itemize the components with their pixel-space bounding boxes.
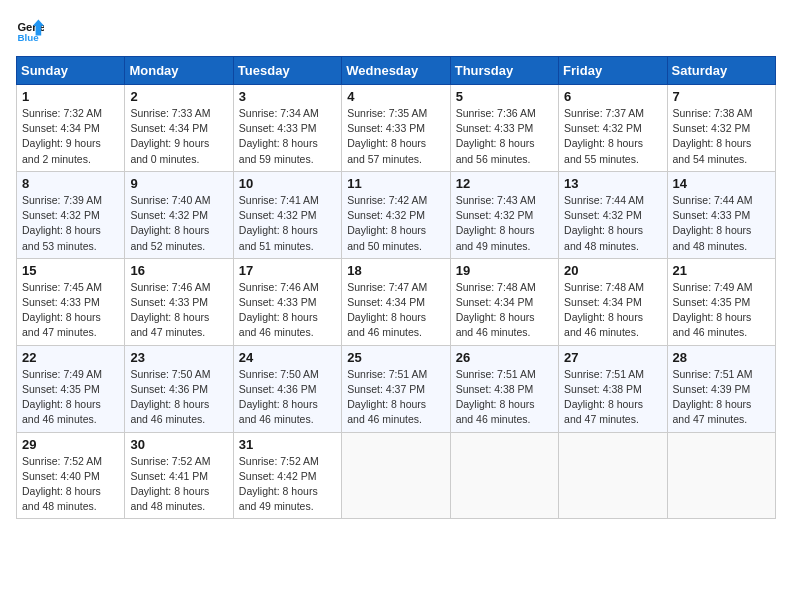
- calendar-week-row: 15 Sunrise: 7:45 AM Sunset: 4:33 PM Dayl…: [17, 258, 776, 345]
- day-info: Sunrise: 7:46 AM Sunset: 4:33 PM Dayligh…: [130, 280, 227, 341]
- day-number: 29: [22, 437, 119, 452]
- day-info: Sunrise: 7:50 AM Sunset: 4:36 PM Dayligh…: [239, 367, 336, 428]
- calendar-cell: 31 Sunrise: 7:52 AM Sunset: 4:42 PM Dayl…: [233, 432, 341, 519]
- weekday-header: Sunday: [17, 57, 125, 85]
- calendar-cell: 27 Sunrise: 7:51 AM Sunset: 4:38 PM Dayl…: [559, 345, 667, 432]
- calendar-week-row: 1 Sunrise: 7:32 AM Sunset: 4:34 PM Dayli…: [17, 85, 776, 172]
- weekday-header: Tuesday: [233, 57, 341, 85]
- day-info: Sunrise: 7:50 AM Sunset: 4:36 PM Dayligh…: [130, 367, 227, 428]
- header: General Blue: [16, 16, 776, 44]
- calendar-cell: 3 Sunrise: 7:34 AM Sunset: 4:33 PM Dayli…: [233, 85, 341, 172]
- calendar-cell: 16 Sunrise: 7:46 AM Sunset: 4:33 PM Dayl…: [125, 258, 233, 345]
- calendar-week-row: 8 Sunrise: 7:39 AM Sunset: 4:32 PM Dayli…: [17, 171, 776, 258]
- day-info: Sunrise: 7:34 AM Sunset: 4:33 PM Dayligh…: [239, 106, 336, 167]
- calendar-cell: 7 Sunrise: 7:38 AM Sunset: 4:32 PM Dayli…: [667, 85, 775, 172]
- day-number: 28: [673, 350, 770, 365]
- day-number: 25: [347, 350, 444, 365]
- calendar-cell: 29 Sunrise: 7:52 AM Sunset: 4:40 PM Dayl…: [17, 432, 125, 519]
- day-number: 20: [564, 263, 661, 278]
- weekday-header: Saturday: [667, 57, 775, 85]
- day-number: 26: [456, 350, 553, 365]
- day-number: 30: [130, 437, 227, 452]
- calendar-cell: 20 Sunrise: 7:48 AM Sunset: 4:34 PM Dayl…: [559, 258, 667, 345]
- calendar-table: SundayMondayTuesdayWednesdayThursdayFrid…: [16, 56, 776, 519]
- day-info: Sunrise: 7:49 AM Sunset: 4:35 PM Dayligh…: [673, 280, 770, 341]
- calendar-cell: 6 Sunrise: 7:37 AM Sunset: 4:32 PM Dayli…: [559, 85, 667, 172]
- logo: General Blue: [16, 16, 48, 44]
- day-number: 31: [239, 437, 336, 452]
- calendar-cell: 23 Sunrise: 7:50 AM Sunset: 4:36 PM Dayl…: [125, 345, 233, 432]
- day-number: 8: [22, 176, 119, 191]
- weekday-header: Wednesday: [342, 57, 450, 85]
- day-number: 24: [239, 350, 336, 365]
- day-number: 3: [239, 89, 336, 104]
- calendar-cell: 5 Sunrise: 7:36 AM Sunset: 4:33 PM Dayli…: [450, 85, 558, 172]
- calendar-cell: 19 Sunrise: 7:48 AM Sunset: 4:34 PM Dayl…: [450, 258, 558, 345]
- day-number: 22: [22, 350, 119, 365]
- day-info: Sunrise: 7:37 AM Sunset: 4:32 PM Dayligh…: [564, 106, 661, 167]
- day-number: 15: [22, 263, 119, 278]
- calendar-cell: 30 Sunrise: 7:52 AM Sunset: 4:41 PM Dayl…: [125, 432, 233, 519]
- day-info: Sunrise: 7:51 AM Sunset: 4:38 PM Dayligh…: [456, 367, 553, 428]
- calendar-cell: 12 Sunrise: 7:43 AM Sunset: 4:32 PM Dayl…: [450, 171, 558, 258]
- calendar-cell: [559, 432, 667, 519]
- day-number: 23: [130, 350, 227, 365]
- day-info: Sunrise: 7:32 AM Sunset: 4:34 PM Dayligh…: [22, 106, 119, 167]
- calendar-cell: 25 Sunrise: 7:51 AM Sunset: 4:37 PM Dayl…: [342, 345, 450, 432]
- day-number: 6: [564, 89, 661, 104]
- calendar-header-row: SundayMondayTuesdayWednesdayThursdayFrid…: [17, 57, 776, 85]
- day-info: Sunrise: 7:44 AM Sunset: 4:33 PM Dayligh…: [673, 193, 770, 254]
- day-number: 14: [673, 176, 770, 191]
- day-info: Sunrise: 7:43 AM Sunset: 4:32 PM Dayligh…: [456, 193, 553, 254]
- day-info: Sunrise: 7:44 AM Sunset: 4:32 PM Dayligh…: [564, 193, 661, 254]
- day-info: Sunrise: 7:48 AM Sunset: 4:34 PM Dayligh…: [456, 280, 553, 341]
- calendar-cell: 14 Sunrise: 7:44 AM Sunset: 4:33 PM Dayl…: [667, 171, 775, 258]
- day-info: Sunrise: 7:52 AM Sunset: 4:42 PM Dayligh…: [239, 454, 336, 515]
- calendar-cell: 13 Sunrise: 7:44 AM Sunset: 4:32 PM Dayl…: [559, 171, 667, 258]
- day-number: 9: [130, 176, 227, 191]
- day-info: Sunrise: 7:40 AM Sunset: 4:32 PM Dayligh…: [130, 193, 227, 254]
- day-number: 2: [130, 89, 227, 104]
- day-info: Sunrise: 7:46 AM Sunset: 4:33 PM Dayligh…: [239, 280, 336, 341]
- day-number: 12: [456, 176, 553, 191]
- day-info: Sunrise: 7:39 AM Sunset: 4:32 PM Dayligh…: [22, 193, 119, 254]
- day-info: Sunrise: 7:48 AM Sunset: 4:34 PM Dayligh…: [564, 280, 661, 341]
- day-info: Sunrise: 7:51 AM Sunset: 4:38 PM Dayligh…: [564, 367, 661, 428]
- day-number: 27: [564, 350, 661, 365]
- day-info: Sunrise: 7:42 AM Sunset: 4:32 PM Dayligh…: [347, 193, 444, 254]
- day-number: 19: [456, 263, 553, 278]
- day-info: Sunrise: 7:33 AM Sunset: 4:34 PM Dayligh…: [130, 106, 227, 167]
- day-info: Sunrise: 7:41 AM Sunset: 4:32 PM Dayligh…: [239, 193, 336, 254]
- calendar-cell: 4 Sunrise: 7:35 AM Sunset: 4:33 PM Dayli…: [342, 85, 450, 172]
- weekday-header: Thursday: [450, 57, 558, 85]
- day-info: Sunrise: 7:52 AM Sunset: 4:41 PM Dayligh…: [130, 454, 227, 515]
- day-info: Sunrise: 7:38 AM Sunset: 4:32 PM Dayligh…: [673, 106, 770, 167]
- calendar-cell: 8 Sunrise: 7:39 AM Sunset: 4:32 PM Dayli…: [17, 171, 125, 258]
- calendar-cell: 10 Sunrise: 7:41 AM Sunset: 4:32 PM Dayl…: [233, 171, 341, 258]
- calendar-week-row: 22 Sunrise: 7:49 AM Sunset: 4:35 PM Dayl…: [17, 345, 776, 432]
- day-info: Sunrise: 7:51 AM Sunset: 4:37 PM Dayligh…: [347, 367, 444, 428]
- calendar-cell: 21 Sunrise: 7:49 AM Sunset: 4:35 PM Dayl…: [667, 258, 775, 345]
- day-info: Sunrise: 7:45 AM Sunset: 4:33 PM Dayligh…: [22, 280, 119, 341]
- day-info: Sunrise: 7:51 AM Sunset: 4:39 PM Dayligh…: [673, 367, 770, 428]
- calendar-cell: 1 Sunrise: 7:32 AM Sunset: 4:34 PM Dayli…: [17, 85, 125, 172]
- day-number: 16: [130, 263, 227, 278]
- day-number: 13: [564, 176, 661, 191]
- weekday-header: Friday: [559, 57, 667, 85]
- calendar-cell: 18 Sunrise: 7:47 AM Sunset: 4:34 PM Dayl…: [342, 258, 450, 345]
- calendar-cell: 11 Sunrise: 7:42 AM Sunset: 4:32 PM Dayl…: [342, 171, 450, 258]
- day-info: Sunrise: 7:52 AM Sunset: 4:40 PM Dayligh…: [22, 454, 119, 515]
- day-number: 5: [456, 89, 553, 104]
- day-number: 18: [347, 263, 444, 278]
- calendar-cell: 17 Sunrise: 7:46 AM Sunset: 4:33 PM Dayl…: [233, 258, 341, 345]
- calendar-cell: [450, 432, 558, 519]
- day-info: Sunrise: 7:36 AM Sunset: 4:33 PM Dayligh…: [456, 106, 553, 167]
- day-number: 21: [673, 263, 770, 278]
- calendar-week-row: 29 Sunrise: 7:52 AM Sunset: 4:40 PM Dayl…: [17, 432, 776, 519]
- day-number: 7: [673, 89, 770, 104]
- day-number: 4: [347, 89, 444, 104]
- day-info: Sunrise: 7:47 AM Sunset: 4:34 PM Dayligh…: [347, 280, 444, 341]
- calendar-cell: 28 Sunrise: 7:51 AM Sunset: 4:39 PM Dayl…: [667, 345, 775, 432]
- calendar-cell: 24 Sunrise: 7:50 AM Sunset: 4:36 PM Dayl…: [233, 345, 341, 432]
- day-number: 17: [239, 263, 336, 278]
